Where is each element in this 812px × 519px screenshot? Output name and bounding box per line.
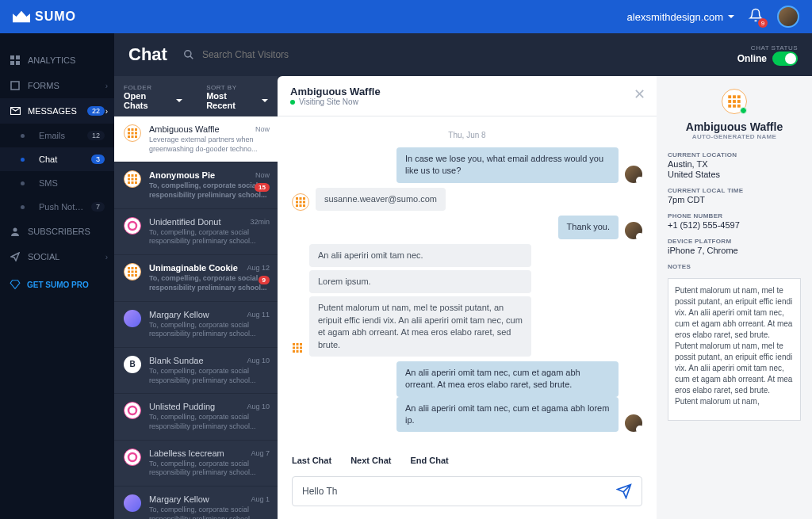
conv-time: 32min xyxy=(250,218,270,226)
next-chat-button[interactable]: Next Chat xyxy=(350,456,391,465)
agent-avatar xyxy=(625,222,642,239)
svg-rect-22 xyxy=(135,178,137,181)
chat-actions: Last Chat Next Chat End Chat xyxy=(278,449,657,471)
conversation-item[interactable]: Anonymous PieTo, compelling, corporate s… xyxy=(114,162,278,208)
svg-rect-32 xyxy=(135,271,137,273)
chevron-down-icon xyxy=(262,99,268,102)
chat-pane: Ambiguous Waffle Visiting Site Now ✕ Thu… xyxy=(278,76,657,519)
domain-label: alexsmithdesign.com xyxy=(627,11,723,23)
conversation-item[interactable]: Unidentified DonutTo, compelling, corpor… xyxy=(114,209,278,255)
domain-switcher[interactable]: alexsmithdesign.com xyxy=(627,11,734,23)
conv-scroll[interactable]: Ambiguous WaffleLeverage external partne… xyxy=(114,116,278,519)
nav-label: MESSAGES xyxy=(28,106,80,116)
chevron-right-icon: › xyxy=(105,253,108,261)
message-input[interactable] xyxy=(302,486,616,497)
field-label: NOTES xyxy=(668,263,801,270)
conv-time: Aug 10 xyxy=(247,403,270,410)
svg-rect-61 xyxy=(737,100,741,103)
svg-rect-45 xyxy=(300,204,302,207)
field-label: PHONE NUMBER xyxy=(668,212,801,219)
folder-dropdown[interactable]: Open Chats xyxy=(124,91,182,110)
notes-textarea[interactable] xyxy=(668,278,801,421)
svg-rect-43 xyxy=(303,201,305,204)
date-separator: Thu, Jun 8 xyxy=(292,131,642,139)
svg-rect-33 xyxy=(128,274,130,277)
page-header: Chat CHAT STATUS Online xyxy=(114,33,812,76)
svg-rect-48 xyxy=(297,343,299,345)
svg-rect-11 xyxy=(128,132,130,135)
svg-rect-34 xyxy=(132,274,134,277)
notifications-button[interactable]: 9 xyxy=(749,8,763,25)
send-button[interactable] xyxy=(616,483,632,499)
conv-preview: To, compelling, corporate social respons… xyxy=(149,506,268,519)
nav-social[interactable]: SOCIAL › xyxy=(0,244,114,269)
conversation-item[interactable]: Margary KellowTo, compelling, corporate … xyxy=(114,302,278,348)
svg-rect-9 xyxy=(132,128,134,131)
dot-icon xyxy=(21,181,25,185)
visitor-avatar xyxy=(292,193,309,211)
get-pro-button[interactable]: GET SUMO PRO xyxy=(0,269,114,300)
nav-analytics[interactable]: ANALYTICS xyxy=(0,48,114,73)
message-bubble: An alii aperiri omit tam nec, cum et aga… xyxy=(396,361,619,397)
last-chat-button[interactable]: Last Chat xyxy=(292,456,331,465)
waffle-icon xyxy=(124,170,141,188)
conv-preview: To, compelling, corporate social respons… xyxy=(149,460,268,478)
svg-rect-15 xyxy=(132,135,134,138)
nav-badge: 12 xyxy=(87,131,105,140)
message-bubble: An alii aperiri omit tam nec. xyxy=(309,244,531,267)
svg-rect-42 xyxy=(300,201,302,204)
chevron-down-icon xyxy=(176,99,182,102)
sort-dropdown[interactable]: Most Recent xyxy=(206,91,268,110)
nav-sms[interactable]: SMS xyxy=(0,171,114,195)
svg-rect-20 xyxy=(128,178,130,181)
user-avatar[interactable] xyxy=(777,6,799,28)
conversation-item[interactable]: BBlank SundaeTo, compelling, corporate s… xyxy=(114,348,278,394)
nav-label: FORMS xyxy=(28,81,105,90)
search-input[interactable] xyxy=(202,49,361,60)
status-toggle[interactable] xyxy=(772,52,798,66)
svg-rect-63 xyxy=(733,105,736,108)
messages-scroll[interactable]: Thu, Jun 8 In case we lose you, what ema… xyxy=(278,116,657,449)
agent-avatar xyxy=(625,414,642,432)
conversation-item[interactable]: Unimaginable CookieTo, compelling, corpo… xyxy=(114,255,278,301)
conversation-item[interactable]: Labelless IcecreamTo, compelling, corpor… xyxy=(114,441,278,487)
end-chat-button[interactable]: End Chat xyxy=(410,456,448,465)
svg-rect-19 xyxy=(135,174,137,177)
nav-messages[interactable]: MESSAGES 22 › xyxy=(0,98,114,124)
nav-badge: 3 xyxy=(91,155,105,164)
field-label: DEVICE PLATFORM xyxy=(668,238,801,245)
donut-icon xyxy=(124,402,141,419)
nav-emails[interactable]: Emails 12 xyxy=(0,124,114,147)
svg-rect-23 xyxy=(128,181,130,184)
conversation-item[interactable]: Margary KellowTo, compelling, corporate … xyxy=(114,487,278,519)
pro-label: GET SUMO PRO xyxy=(27,280,89,289)
conv-preview: To, compelling, corporate social respons… xyxy=(149,274,268,292)
conv-preview: To, compelling, corporate social respons… xyxy=(149,321,268,339)
svg-rect-13 xyxy=(135,132,137,135)
side-nav: ANALYTICS FORMS › MESSAGES 22 › Emails 1… xyxy=(0,33,114,519)
svg-rect-56 xyxy=(728,95,731,98)
conversation-item[interactable]: Unlisted PuddingTo, compelling, corporat… xyxy=(114,394,278,440)
folder-label: FOLDER xyxy=(124,84,182,91)
chat-title: Ambiguous Waffle xyxy=(290,86,381,97)
share-icon xyxy=(10,251,21,262)
field-value: Austin, TX xyxy=(668,159,801,169)
close-button[interactable]: ✕ xyxy=(634,86,645,103)
nav-push[interactable]: Push Notifi... 7 xyxy=(0,195,114,219)
nav-subscribers[interactable]: SUBSCRIBERS xyxy=(0,219,114,244)
visitor-profile: Ambiguous Waffle AUTO-GENERATED NAME CUR… xyxy=(657,76,812,519)
profile-avatar xyxy=(722,89,747,114)
logo-text: SUMO xyxy=(35,10,76,24)
message-bubble: Lorem ipsum. xyxy=(309,270,531,293)
conversation-item[interactable]: Ambiguous WaffleLeverage external partne… xyxy=(114,116,278,162)
nav-chat[interactable]: Chat 3 xyxy=(0,147,114,171)
field-label: CURRENT LOCATION xyxy=(668,151,801,158)
nav-forms[interactable]: FORMS › xyxy=(0,73,114,98)
waffle-icon xyxy=(124,263,141,280)
profile-name: Ambiguous Waffle xyxy=(668,120,801,133)
conv-time: Aug 7 xyxy=(251,449,270,457)
svg-rect-8 xyxy=(128,128,130,131)
svg-rect-55 xyxy=(300,350,302,353)
chevron-right-icon: › xyxy=(105,107,108,116)
user-avatar-icon xyxy=(124,310,141,327)
